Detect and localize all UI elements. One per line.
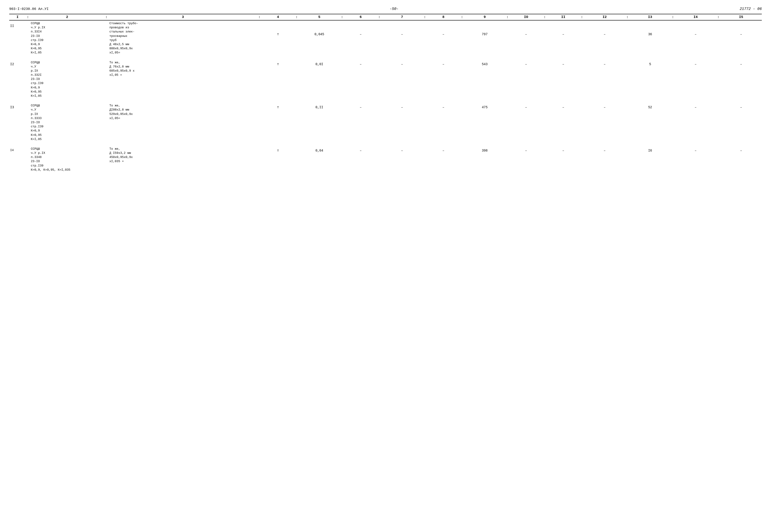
row-col12-I3: 52: [630, 103, 671, 142]
row-unit-II: т: [261, 20, 295, 56]
row-col8-II: 797: [464, 20, 505, 56]
row-col5-I2: –: [344, 60, 377, 99]
col-header-14: I4: [675, 14, 716, 20]
row-col14-II: –: [720, 20, 762, 56]
col-sep-4: :: [294, 14, 299, 20]
col-header-11: II: [547, 14, 580, 20]
row-desc-II: Стоимость трубо- проводов из стальных эл…: [108, 20, 257, 56]
col-header-13: I3: [630, 14, 671, 20]
row-col5-I4: –: [344, 146, 377, 173]
row-col11-I2: –: [584, 60, 625, 99]
row-col8-I2: 543: [464, 60, 505, 99]
row-col10-I2: –: [547, 60, 580, 99]
row-col6-II: –: [381, 20, 423, 56]
column-header-row: I : 2 : 3 : 4 : 5 : 6 : 7 : 8 : 9 : IO :…: [9, 14, 762, 20]
col-sep-1: :: [26, 14, 30, 20]
row-col12-I4: I6: [630, 146, 671, 173]
col-sep-11: :: [580, 14, 584, 20]
row-id-II: II: [9, 20, 26, 56]
row-unit-I2: т: [261, 60, 295, 99]
col-sep-13: :: [671, 14, 675, 20]
spacer-row: [9, 99, 762, 103]
row-desc-I3: То же, ДI08x2,8 мм 529x0,95x0,9x xI,05=: [108, 103, 257, 142]
row-unit-I3: т: [261, 103, 295, 142]
row-col4-II: 0,045: [299, 20, 340, 56]
row-col9-I4: –: [510, 146, 543, 173]
col-sep-14: :: [716, 14, 720, 20]
col-header-I: I: [9, 14, 26, 20]
row-col14-I2: –: [720, 60, 762, 99]
row-col7-I4: –: [427, 146, 460, 173]
col-sep-9: :: [505, 14, 510, 20]
col-sep-6: :: [377, 14, 381, 20]
table-row: I4 ССРЦШ ч.У р.IX п.3348 23-IO стр.I39 К…: [9, 146, 762, 173]
row-id-I2: I2: [9, 60, 26, 99]
header-left: 903-I-0230.86 Ал.УI: [9, 7, 49, 11]
spacer-row: [9, 56, 762, 60]
row-col5-II: –: [344, 20, 377, 56]
row-code-I4: ССРЦШ ч.У р.IX п.3348 23-IO стр.I39 К=0,…: [30, 146, 104, 173]
row-col4-I3: 0,II: [299, 103, 340, 142]
col-sep-7: :: [423, 14, 427, 20]
row-col6-I4: –: [381, 146, 423, 173]
row-col11-I3: –: [584, 103, 625, 142]
row-col13-I3: –: [675, 103, 716, 142]
col-header-8: 8: [427, 14, 460, 20]
col-sep-3: :: [257, 14, 261, 20]
row-col7-II: –: [427, 20, 460, 56]
col-header-10: IO: [510, 14, 543, 20]
col-header-2: 2: [30, 14, 104, 20]
col-header-6: 6: [344, 14, 377, 20]
page-header: 903-I-0230.86 Ал.УI -50- 21772 - 06: [9, 7, 762, 13]
row-col9-I3: –: [510, 103, 543, 142]
row-col4-I2: 0,0I: [299, 60, 340, 99]
table-row: II ССРЦШ ч.У р.IX п.33I4 23-IO стр.I39 К…: [9, 20, 762, 56]
row-col7-I2: –: [427, 60, 460, 99]
col-sep-12: :: [625, 14, 630, 20]
spacer-row: [9, 142, 762, 146]
col-sep-2: :: [104, 14, 108, 20]
col-header-7: 7: [381, 14, 423, 20]
header-center: -50-: [390, 7, 399, 11]
row-col7-I3: –: [427, 103, 460, 142]
col-sep-5: :: [340, 14, 344, 20]
row-desc-I4: То же, Д I59x3,2 мм 450x0,95x0,9x xI,035…: [108, 146, 257, 173]
table-row: I2 ССРЦШ ч.У р.IX п.332I 23-IO стр.I39 К…: [9, 60, 762, 99]
row-col8-I4: 398: [464, 146, 505, 173]
table-row: I3 ССРЦШ ч.У р.IX п.3333 23-IO стр.I39 К…: [9, 103, 762, 142]
col-header-3: 3: [108, 14, 257, 20]
col-sep-10: :: [543, 14, 547, 20]
row-id-I3: I3: [9, 103, 26, 142]
row-col9-II: –: [510, 20, 543, 56]
row-col13-II: –: [675, 20, 716, 56]
col-header-12: I2: [584, 14, 625, 20]
row-col5-I3: –: [344, 103, 377, 142]
row-col13-I2: –: [675, 60, 716, 99]
row-col10-I4: –: [547, 146, 580, 173]
row-id-I4: I4: [9, 146, 26, 173]
row-code-II: ССРЦШ ч.У р.IX п.33I4 23-IO стр.I39 К=0,…: [30, 20, 104, 56]
row-col10-II: –: [547, 20, 580, 56]
col-sep-8: :: [460, 14, 464, 20]
row-col6-I2: –: [381, 60, 423, 99]
row-desc-I2: То же, Д 76x2,8 мм 605x0,95x0,9 x xI,05 …: [108, 60, 257, 99]
row-col9-I2: –: [510, 60, 543, 99]
col-header-4: 4: [261, 14, 295, 20]
row-col10-I3: –: [547, 103, 580, 142]
col-header-5: 5: [299, 14, 340, 20]
main-table: I : 2 : 3 : 4 : 5 : 6 : 7 : 8 : 9 : IO :…: [9, 14, 762, 173]
col-header-9: 9: [464, 14, 505, 20]
row-col14-I4: –: [720, 146, 762, 173]
row-col12-II: 36: [630, 20, 671, 56]
col-header-15: I5: [720, 14, 762, 20]
row-col11-II: –: [584, 20, 625, 56]
row-col6-I3: –: [381, 103, 423, 142]
row-col8-I3: 475: [464, 103, 505, 142]
row-unit-I4: т: [261, 146, 295, 173]
row-col12-I2: 5: [630, 60, 671, 99]
row-col4-I4: 0,04: [299, 146, 340, 173]
row-code-I3: ССРЦШ ч.У р.IX п.3333 23-IO стр.I39 К=0,…: [30, 103, 104, 142]
row-col13-I4: –: [675, 146, 716, 173]
row-col11-I4: –: [584, 146, 625, 173]
row-code-I2: ССРЦШ ч.У р.IX п.332I 23-IO стр.I39 К=0,…: [30, 60, 104, 99]
